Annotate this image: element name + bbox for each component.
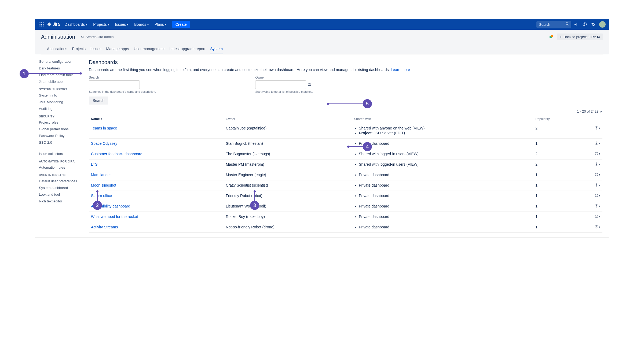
row-actions-button[interactable]: ▾	[595, 173, 600, 176]
svg-point-25	[596, 195, 597, 196]
filters: Search Searches in the dashboard's name …	[89, 76, 602, 93]
nav-issues[interactable]: Issues▾	[112, 21, 131, 28]
tab-issues[interactable]: Issues	[90, 45, 101, 54]
row-actions-button[interactable]: ▾	[595, 126, 600, 130]
owner-cell: Friendly Robot (robot)	[224, 191, 352, 201]
sidebar-item-global-permissions[interactable]: Global permissions	[35, 126, 82, 132]
chevron-down-icon: ▾	[86, 23, 87, 26]
sidebar-item-general-configuration[interactable]: General configuration	[35, 58, 82, 65]
tab-latest-upgrade-report[interactable]: Latest upgrade report	[170, 45, 206, 54]
create-button[interactable]: Create	[172, 21, 190, 28]
top-nav: Jira Dashboards▾Projects▾Issues▾Boards▾P…	[35, 19, 609, 30]
chevron-down-icon: ▾	[599, 152, 600, 155]
tab-applications[interactable]: Applications	[47, 45, 67, 54]
col-owner[interactable]: Owner	[224, 115, 352, 123]
shared-item: Shared with anyone on the web (VIEW)	[359, 126, 531, 130]
megaphone-icon[interactable]	[572, 21, 580, 28]
dashboard-link[interactable]: Customer feedback dashboard	[91, 152, 142, 156]
jira-logo[interactable]: Jira	[47, 22, 60, 27]
owner-input[interactable]	[255, 80, 306, 89]
shared-item: Private dashboard	[359, 183, 531, 187]
svg-point-22	[596, 164, 597, 165]
row-actions-button[interactable]: ▾	[595, 194, 600, 197]
chevron-down-icon: ▾	[108, 23, 109, 26]
popularity-cell: 1	[533, 180, 578, 191]
sidebar-item-look-and-feel[interactable]: Look and feel	[35, 191, 82, 198]
sidebar-item-automation-rules[interactable]: Automation rules	[35, 164, 82, 171]
row-actions-button[interactable]: ▾	[595, 225, 600, 229]
col-name[interactable]: Name ↕	[89, 115, 224, 123]
back-to-project-button[interactable]: ↩ Back to project: JIRA IX	[557, 34, 603, 40]
filter-owner: Owner Start typing to get a list of poss…	[255, 76, 313, 93]
learn-more-link[interactable]: Learn more	[391, 68, 410, 72]
tab-system[interactable]: System	[210, 45, 223, 54]
tab-user-management[interactable]: User management	[134, 45, 164, 54]
nav-items: Dashboards▾Projects▾Issues▾Boards▾Plans▾	[62, 21, 169, 28]
col-popularity[interactable]: Popularity	[533, 115, 578, 123]
sidebar-item-jmx-monitoring[interactable]: JMX Monitoring	[35, 99, 82, 105]
sidebar-heading: SECURITY	[35, 112, 82, 119]
back-label: Back to project: JIRA IX	[564, 35, 600, 39]
sidebar-item-password-policy[interactable]: Password Policy	[35, 132, 82, 139]
row-actions-button[interactable]: ▾	[595, 204, 600, 208]
dashboard-link[interactable]: Activity Streams	[91, 225, 118, 229]
dashboard-link[interactable]: Saturn office	[91, 194, 112, 198]
help-icon[interactable]	[581, 21, 588, 28]
dashboard-link[interactable]: LTS	[91, 162, 98, 166]
row-actions-button[interactable]: ▾	[595, 152, 600, 155]
row-actions-button[interactable]: ▾	[595, 141, 600, 145]
global-search-input[interactable]	[536, 21, 571, 28]
callout-1: 1	[20, 69, 29, 78]
sidebar-item-issue-collectors[interactable]: Issue collectors	[35, 150, 82, 157]
app-switcher-icon[interactable]	[38, 21, 45, 28]
sidebar-item-system-info[interactable]: System info	[35, 92, 82, 99]
nav-boards[interactable]: Boards▾	[131, 21, 151, 28]
sidebar-item-system-dashboard[interactable]: System dashboard	[35, 184, 82, 191]
sidebar-item-find-more-admin-tools[interactable]: Find more admin tools	[35, 72, 82, 78]
svg-point-13	[81, 36, 83, 38]
sidebar-item-audit-log[interactable]: Audit log	[35, 105, 82, 112]
shared-cell: Shared with logged-in users (VIEW)	[352, 149, 533, 160]
search-button[interactable]: Search	[89, 97, 108, 105]
admin-search-label: Search Jira admin	[86, 35, 114, 39]
dashboard-link[interactable]: Space Odyssey	[91, 141, 117, 146]
svg-rect-7	[41, 26, 42, 27]
dashboard-link[interactable]: Mars lander	[91, 173, 111, 177]
sidebar-item-jira-mobile-app[interactable]: Jira mobile app	[35, 78, 82, 85]
people-icon[interactable]	[308, 83, 312, 87]
sidebar-item-rich-text-editor[interactable]: Rich text editor	[35, 198, 82, 205]
row-actions-button[interactable]: ▾	[595, 183, 600, 187]
table-row: Accessibility dashboardLieutenant Woolf …	[89, 201, 602, 212]
dashboard-link[interactable]: Teams in space	[91, 126, 117, 130]
sidebar-item-default-user-preferences[interactable]: Default user preferences	[35, 178, 82, 184]
admin-search[interactable]: Search Jira admin	[81, 35, 114, 39]
tab-manage-apps[interactable]: Manage apps	[106, 45, 129, 54]
nav-dashboards[interactable]: Dashboards▾	[62, 21, 90, 28]
nav-plans[interactable]: Plans▾	[152, 21, 169, 28]
sidebar-item-project-roles[interactable]: Project roles	[35, 119, 82, 126]
callout-5: 5	[363, 99, 372, 108]
sidebar-heading: AUTOMATION FOR JIRA	[35, 157, 82, 164]
dashboard-link[interactable]: Moon slingshot	[91, 183, 116, 187]
dashboard-search-input[interactable]	[89, 80, 140, 89]
sidebar-item-sso-2.0[interactable]: SSO 2.0	[35, 139, 82, 146]
sidebar-item-dark-features[interactable]: Dark features	[35, 65, 82, 72]
col-shared[interactable]: Shared with	[352, 115, 533, 123]
notification-icon[interactable]	[548, 34, 554, 40]
chevron-down-icon: ▾	[599, 142, 600, 145]
admin-tabs: ApplicationsProjectsIssuesManage appsUse…	[41, 40, 603, 54]
filter-search: Search Searches in the dashboard's name …	[89, 76, 156, 93]
nav-projects[interactable]: Projects▾	[90, 21, 112, 28]
tab-projects[interactable]: Projects	[72, 45, 86, 54]
table-row: Moon slingshotCrazy Scientist (scientist…	[89, 180, 602, 191]
popularity-cell: 1	[533, 170, 578, 180]
dashboard-link[interactable]: What we need for the rocket	[91, 214, 138, 219]
pager-next-icon[interactable]: ▸	[601, 109, 602, 113]
settings-icon[interactable]	[590, 21, 597, 28]
chevron-down-icon: ▾	[165, 23, 166, 26]
row-actions-button[interactable]: ▾	[595, 162, 600, 166]
sidebar-heading: USER INTERFACE	[35, 171, 82, 178]
row-actions-button[interactable]: ▾	[595, 214, 600, 218]
avatar[interactable]	[599, 21, 606, 28]
svg-rect-4	[41, 24, 42, 25]
